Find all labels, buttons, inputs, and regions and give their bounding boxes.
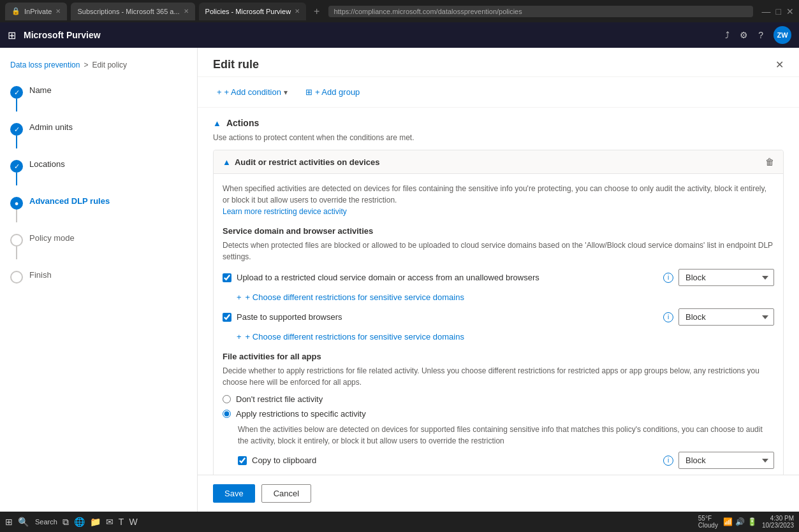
add-condition-button[interactable]: + + Add condition ▾ (213, 85, 291, 99)
plus-icon: + (217, 87, 222, 97)
tab-close[interactable]: ✕ (184, 8, 189, 15)
search-label[interactable]: Search (35, 518, 57, 526)
step-connector (16, 136, 17, 148)
sidebar-item-admin-units[interactable]: ✓ Admin units (10, 117, 187, 154)
close-window-icon[interactable]: ✕ (786, 6, 794, 17)
group-icon: ⊞ (305, 87, 312, 97)
apply-restrictions-radio[interactable] (223, 410, 231, 418)
step-indicator-name: ✓ (10, 86, 23, 99)
panel-title: Edit rule (213, 58, 259, 71)
radio-dont-restrict[interactable]: Don't restrict file activity (223, 394, 774, 404)
weather-desc: Cloudy (698, 522, 718, 529)
sidebar-item-locations[interactable]: ✓ Locations (10, 154, 187, 191)
collapse-subsection-icon[interactable]: ▲ (223, 157, 231, 167)
copy-clipboard-checkbox[interactable] (238, 456, 247, 465)
new-tab-btn[interactable]: + (314, 6, 319, 17)
upload-action-dropdown[interactable]: Block Audit only Block with override (678, 269, 774, 286)
upload-info-icon[interactable]: i (663, 273, 673, 283)
browser-controls: — □ ✕ (762, 6, 794, 17)
subsection-header: ▲ Audit or restrict activities on device… (214, 150, 783, 174)
teams-icon[interactable]: T (119, 517, 124, 527)
upload-add-restriction[interactable]: + + Choose different restrictions for se… (237, 292, 774, 302)
restriction-note: When the activities below are detected o… (238, 424, 774, 447)
settings-icon[interactable]: ⚙ (740, 30, 748, 40)
wifi-icon[interactable]: 📶 (723, 517, 733, 526)
dont-restrict-label: Don't restrict file activity (236, 394, 323, 404)
plus-icon: + (237, 332, 242, 341)
address-bar[interactable]: https://compliance.microsoft.com/datalos… (328, 6, 752, 17)
subsection-description: When specified activities are detected o… (223, 183, 774, 217)
help-icon[interactable]: ? (758, 30, 763, 40)
file-explorer-icon[interactable]: 📁 (90, 517, 101, 527)
start-button[interactable]: ⊞ (5, 517, 13, 527)
edge-icon[interactable]: 🌐 (74, 517, 85, 527)
delete-subsection-button[interactable]: 🗑 (765, 157, 774, 167)
sidebar: Data loss prevention > Edit policy ✓ Nam… (0, 48, 198, 512)
add-group-button[interactable]: ⊞ + Add group (302, 85, 363, 99)
file-activities-heading: File activities for all apps (223, 352, 774, 361)
cancel-button[interactable]: Cancel (261, 484, 311, 503)
service-domain-heading: Service domain and browser activities (223, 226, 774, 236)
save-button[interactable]: Save (213, 484, 255, 503)
restriction-note-block: When the activities below are detected o… (238, 424, 774, 447)
copy-action-dropdown[interactable]: Block Audit only Block with override (678, 452, 774, 469)
search-taskbar[interactable]: 🔍 (18, 517, 29, 527)
tab-policies[interactable]: Policies - Microsoft Purview ✕ (199, 3, 306, 20)
service-domain-desc: Detects when protected files are blocked… (223, 240, 774, 262)
sidebar-item-finish[interactable]: Finish (10, 264, 187, 289)
step-indicator-admin: ✓ (10, 123, 23, 136)
copy-info-icon[interactable]: i (663, 456, 673, 466)
maximize-icon[interactable]: □ (776, 6, 781, 17)
tab-label: Policies - Microsoft Purview (205, 8, 291, 15)
sidebar-item-policy-mode[interactable]: Policy mode (10, 227, 187, 264)
tab-close[interactable]: ✕ (295, 8, 300, 15)
step-indicator-locations: ✓ (10, 160, 23, 173)
paste-action-dropdown[interactable]: Block Audit only Block with override (678, 308, 774, 326)
radio-apply-restrictions[interactable]: Apply restrictions to specific activity (223, 409, 774, 419)
paste-info-icon[interactable]: i (663, 312, 673, 322)
paste-add-restriction[interactable]: + + Choose different restrictions for se… (237, 332, 774, 341)
word-icon[interactable]: W (129, 517, 137, 527)
copy-clipboard-label: Copy to clipboard (252, 456, 654, 465)
subsection-content: When specified activities are detected o… (214, 174, 783, 500)
paste-label: Paste to supported browsers (237, 312, 654, 322)
panel-header: Edit rule ✕ (198, 48, 799, 77)
upload-checkbox[interactable] (223, 273, 231, 282)
tab-subscriptions[interactable]: Subscriptions - Microsoft 365 a... ✕ (71, 3, 194, 20)
battery-icon[interactable]: 🔋 (747, 517, 757, 526)
step-connector (16, 99, 17, 111)
volume-icon[interactable]: 🔊 (735, 517, 745, 526)
share-icon[interactable]: ⤴ (725, 30, 729, 40)
mail-icon[interactable]: ✉ (106, 517, 114, 527)
taskview-icon[interactable]: ⧉ (62, 517, 69, 528)
clock: 4:30 PM 10/23/2023 (762, 515, 794, 529)
tab-label: Subscriptions - Microsoft 365 a... (77, 8, 179, 15)
paste-checkbox[interactable] (223, 313, 231, 322)
step-indicator-finish (10, 271, 23, 284)
tab-inprivate[interactable]: 🔒 InPrivate ✕ (5, 3, 67, 20)
system-tray: 📶 🔊 🔋 (723, 517, 757, 526)
learn-more-link[interactable]: Learn more restricting device activity (223, 207, 347, 216)
sidebar-item-advanced-dlp[interactable]: ● Advanced DLP rules (10, 191, 187, 227)
step-connector (16, 210, 17, 222)
minimize-icon[interactable]: — (762, 6, 771, 17)
breadcrumb: Data loss prevention > Edit policy (10, 61, 187, 69)
header-actions: ⤴ ⚙ ? ZW (725, 26, 791, 44)
step-indicator-advanced: ● (10, 197, 23, 210)
file-activities-desc: Decide whether to apply restrictions for… (223, 365, 774, 388)
tab-close[interactable]: ✕ (55, 8, 61, 15)
section-title: Actions (226, 118, 259, 128)
dont-restrict-radio[interactable] (223, 395, 231, 403)
taskbar-right: 55°F Cloudy 📶 🔊 🔋 4:30 PM 10/23/2023 (698, 515, 794, 529)
apply-restrictions-label: Apply restrictions to specific activity (236, 409, 366, 419)
breadcrumb-parent[interactable]: Data loss prevention (10, 61, 80, 69)
close-panel-button[interactable]: ✕ (775, 59, 784, 71)
collapse-icon[interactable]: ▲ (213, 119, 221, 128)
grid-icon[interactable]: ⊞ (8, 29, 16, 41)
step-connector (16, 247, 17, 259)
breadcrumb-current: Edit policy (92, 61, 127, 69)
step-indicator-policy (10, 234, 23, 247)
step-label-policy: Policy mode (29, 233, 75, 243)
avatar[interactable]: ZW (773, 26, 791, 44)
sidebar-item-name[interactable]: ✓ Name (10, 80, 187, 117)
